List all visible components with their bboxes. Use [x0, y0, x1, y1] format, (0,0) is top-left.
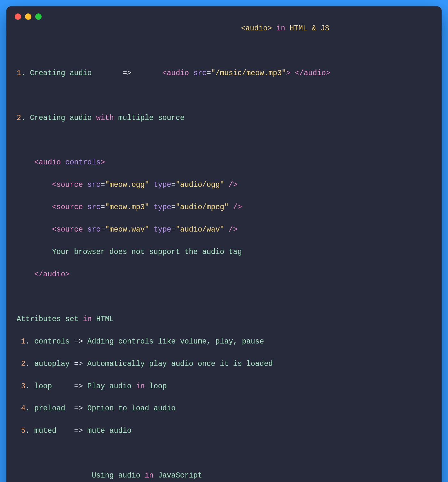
with: with: [96, 114, 114, 122]
title-in: in: [276, 24, 285, 33]
blank-line: [17, 291, 430, 303]
html: HTML: [92, 315, 114, 323]
eq: =: [100, 225, 105, 234]
text: Your browser does not support the audio …: [52, 248, 242, 256]
tv: "audio/ogg": [176, 181, 224, 189]
ms-source-mp3: <source src="meow.mp3" type="audio/mpeg"…: [17, 202, 430, 213]
attr-row: 3. loop => Play audio in loop: [17, 381, 430, 392]
src: src: [87, 181, 100, 189]
ms-audio-close: </audio>: [17, 269, 430, 280]
desc2: loop: [145, 382, 167, 391]
val: "meow.wav": [105, 225, 149, 234]
indent: [17, 181, 52, 189]
attr-row: 1. controls => Adding controls like volu…: [17, 336, 430, 347]
n: 1: [17, 337, 26, 346]
eq: =: [100, 181, 105, 189]
in: in: [136, 382, 145, 391]
tag: <source: [52, 181, 87, 189]
pad: [132, 69, 163, 77]
desc: Option to load audio: [83, 404, 176, 413]
tag: </audio>: [34, 270, 69, 279]
indent: [17, 203, 52, 211]
in: in: [145, 471, 154, 480]
n: 2: [17, 360, 26, 368]
blank-line: [17, 45, 430, 57]
minimize-icon[interactable]: [25, 13, 31, 20]
type: type: [154, 225, 171, 234]
blank-line: [17, 90, 430, 101]
title-suffix: HTML & JS: [285, 24, 329, 33]
attrs-heading: Attributes set in HTML: [17, 314, 430, 325]
arrow: =>: [123, 69, 132, 77]
titlebar: [6, 6, 442, 23]
title-tag: <audio>: [241, 24, 276, 33]
src: src: [87, 203, 100, 211]
sp: [149, 181, 154, 189]
name: . controls: [26, 337, 74, 346]
name: . preload: [26, 404, 74, 413]
desc: Automatically play audio once it is load…: [83, 360, 273, 368]
src-val: "/music/meow.mp3": [211, 69, 286, 77]
desc: mute audio: [83, 427, 132, 435]
val: "meow.mp3": [105, 203, 149, 211]
desc: Adding controls like volume, play, pause: [83, 337, 264, 346]
indent: [17, 270, 34, 279]
section-2: 2. Creating audio with multiple source: [17, 113, 430, 124]
sp: [149, 203, 154, 211]
in: in: [83, 315, 92, 323]
type: type: [154, 181, 171, 189]
blank-line: [17, 448, 430, 459]
code-window: <audio> in HTML & JS 1. Creating audio =…: [6, 6, 442, 482]
label: . Creating audio: [21, 69, 123, 77]
audio-end: </audio>: [295, 69, 330, 77]
num: 1: [17, 69, 21, 77]
close-icon[interactable]: [15, 13, 21, 20]
eq: =: [207, 69, 211, 77]
src: src: [87, 225, 100, 234]
name: . loop: [26, 382, 74, 391]
desc: Play audio: [83, 382, 136, 391]
code-area: <audio> in HTML & JS 1. Creating audio =…: [6, 23, 442, 482]
type: type: [154, 203, 171, 211]
n: 4: [17, 404, 26, 413]
name: . autoplay: [26, 360, 74, 368]
attr-row: 4. preload => Option to load audio: [17, 403, 430, 414]
arrow: =>: [74, 337, 83, 346]
ms-fallback: Your browser does not support the audio …: [17, 247, 430, 258]
js-heading: Using audio in JavaScript: [17, 470, 430, 481]
arrow: =>: [74, 427, 83, 435]
tv: "audio/mpeg": [176, 203, 229, 211]
ms-source-wav: <source src="meow.wav" type="audio/wav" …: [17, 224, 430, 235]
arrow: =>: [74, 404, 83, 413]
pre: Using audio: [17, 471, 145, 480]
sp: [291, 69, 295, 77]
num: 2: [17, 114, 21, 122]
eq: =: [100, 203, 105, 211]
attr-src: src: [193, 69, 206, 77]
gt: >: [286, 69, 291, 77]
controls: controls: [65, 158, 100, 167]
attr-row: 2. autoplay => Automatically play audio …: [17, 359, 430, 370]
n: 5: [17, 427, 26, 435]
sc: />: [224, 181, 237, 189]
indent: [17, 158, 34, 167]
indent: [17, 225, 52, 234]
blank-line: [17, 135, 430, 146]
name: . muted: [26, 427, 74, 435]
gt: >: [100, 158, 105, 167]
arrow: =>: [74, 382, 83, 391]
label2: multiple source: [114, 114, 185, 122]
n: 3: [17, 382, 26, 391]
eq: =: [171, 225, 176, 234]
attr-row: 5. muted => mute audio: [17, 425, 430, 437]
maximize-icon[interactable]: [35, 13, 42, 20]
tag: <source: [52, 203, 87, 211]
title-line: <audio> in HTML & JS: [17, 23, 430, 34]
label: . Creating audio: [21, 114, 96, 122]
arrow: =>: [74, 360, 83, 368]
post: JavaScript: [154, 471, 202, 480]
tag: <source: [52, 225, 87, 234]
indent: [17, 248, 52, 256]
eq: =: [171, 203, 176, 211]
audio-open: <audio: [163, 69, 194, 77]
